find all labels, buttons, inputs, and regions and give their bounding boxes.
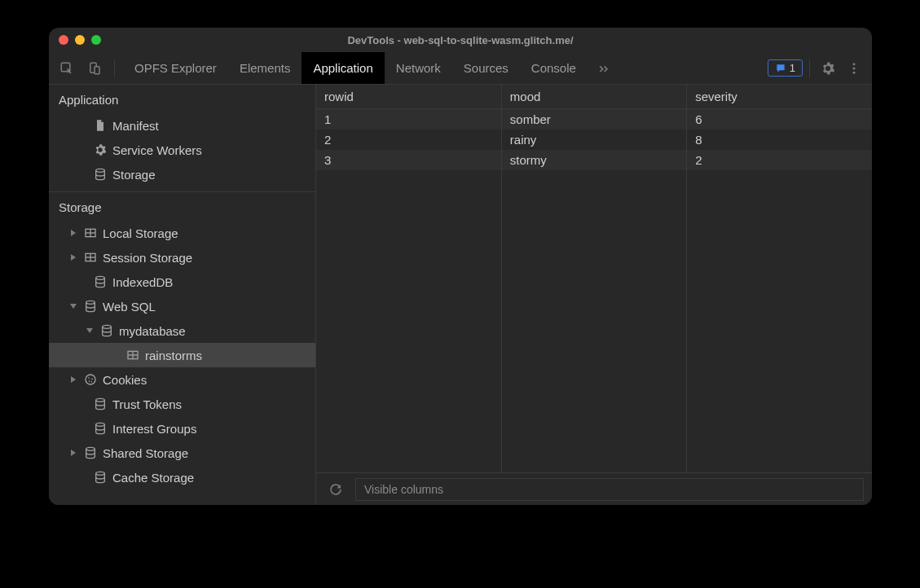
svg-point-6: [96, 169, 105, 172]
sidebar-group-application: Application: [49, 85, 315, 113]
sidebar-item-trust-tokens[interactable]: Trust Tokens: [49, 392, 315, 416]
application-sidebar[interactable]: ApplicationManifestService WorkersStorag…: [49, 85, 316, 505]
sidebar-item-cookies[interactable]: Cookies: [49, 367, 315, 392]
svg-point-4: [853, 67, 856, 69]
sidebar-group-storage: Storage: [49, 191, 315, 221]
svg-point-13: [96, 276, 105, 279]
svg-point-22: [89, 380, 90, 382]
tab-console[interactable]: Console: [520, 52, 588, 84]
sidebar-item-label: Trust Tokens: [112, 397, 182, 411]
svg-point-25: [96, 423, 105, 426]
sidebar-item-interest-groups[interactable]: Interest Groups: [49, 416, 315, 441]
chevron-right-icon[interactable]: [68, 228, 78, 238]
sidebar-item-rainstorms[interactable]: rainstorms: [49, 343, 315, 367]
grid-icon: [83, 250, 98, 265]
kebab-menu-icon[interactable]: [843, 57, 865, 80]
cell: somber: [501, 109, 686, 130]
svg-point-19: [86, 375, 95, 384]
cell: 2: [687, 150, 872, 170]
minimize-button[interactable]: [75, 35, 85, 45]
table-row[interactable]: 1somber6: [316, 109, 872, 130]
tab-application[interactable]: Application: [302, 52, 384, 84]
sidebar-item-mydatabase[interactable]: mydatabase: [49, 318, 315, 343]
svg-point-5: [853, 71, 856, 73]
file-icon: [93, 118, 108, 133]
sidebar-item-label: Service Workers: [112, 143, 202, 157]
cell: stormy: [501, 150, 686, 170]
sidebar-item-label: Cookies: [103, 373, 147, 387]
inspect-element-icon[interactable]: [55, 57, 78, 80]
svg-point-14: [86, 301, 95, 304]
sidebar-item-shared-storage[interactable]: Shared Storage: [49, 441, 315, 465]
column-header-rowid[interactable]: rowid: [316, 85, 501, 109]
table-scroll[interactable]: rowidmoodseverity 1somber62rainy83stormy…: [316, 85, 872, 472]
table-row[interactable]: 3stormy2: [316, 150, 872, 170]
messages-count: 1: [790, 62, 795, 74]
sidebar-item-local-storage[interactable]: Local Storage: [49, 221, 315, 245]
chevron-down-icon[interactable]: [68, 301, 78, 311]
cell: 6: [687, 109, 872, 130]
column-guides: [316, 170, 872, 472]
sidebar-item-label: Interest Groups: [112, 422, 196, 436]
refresh-icon[interactable]: [324, 478, 347, 501]
tabs: OPFS ExplorerElementsApplicationNetworkS…: [123, 52, 588, 84]
cookie-icon: [83, 372, 98, 387]
svg-rect-2: [95, 66, 99, 73]
column-header-severity[interactable]: severity: [687, 85, 872, 109]
sidebar-item-session-storage[interactable]: Session Storage: [49, 245, 315, 270]
device-toggle-icon[interactable]: [83, 57, 106, 80]
window-title: DevTools - web-sql-to-sqlite-wasm.glitch…: [49, 34, 872, 46]
column-header-mood[interactable]: mood: [501, 85, 686, 109]
toolbar-right: 1: [768, 57, 865, 80]
chevron-right-icon[interactable]: [68, 448, 78, 458]
database-icon: [93, 470, 108, 485]
sidebar-item-label: Local Storage: [103, 226, 178, 240]
sidebar-item-label: IndexedDB: [112, 275, 173, 289]
sidebar-item-label: Session Storage: [103, 251, 192, 265]
cell: 3: [316, 150, 501, 170]
table-panel: rowidmoodseverity 1somber62rainy83stormy…: [316, 85, 872, 505]
sidebar-item-label: Cache Storage: [112, 471, 194, 485]
database-icon: [93, 167, 108, 182]
devtools-window: DevTools - web-sql-to-sqlite-wasm.glitch…: [49, 28, 872, 505]
svg-point-24: [96, 398, 105, 402]
sidebar-item-indexeddb[interactable]: IndexedDB: [49, 270, 315, 294]
messages-badge[interactable]: 1: [768, 59, 803, 77]
database-icon: [93, 274, 108, 289]
sidebar-item-label: Storage: [112, 168, 156, 182]
traffic-lights: [59, 35, 101, 45]
grid-icon: [83, 226, 98, 240]
chevron-right-icon[interactable]: [68, 252, 78, 262]
content-area: ApplicationManifestService WorkersStorag…: [49, 85, 872, 505]
toolbar-divider: [809, 59, 810, 77]
tab-network[interactable]: Network: [385, 52, 452, 84]
visible-columns-input[interactable]: [355, 478, 864, 501]
sidebar-item-web-sql[interactable]: Web SQL: [49, 294, 315, 318]
svg-point-27: [96, 472, 105, 475]
table-row[interactable]: 2rainy8: [316, 129, 872, 150]
database-icon: [83, 445, 98, 460]
settings-gear-icon[interactable]: [817, 57, 839, 80]
main-toolbar: OPFS ExplorerElementsApplicationNetworkS…: [49, 52, 872, 85]
cell: 1: [316, 109, 501, 130]
sidebar-item-service-workers[interactable]: Service Workers: [49, 138, 315, 162]
maximize-button[interactable]: [91, 35, 101, 45]
sidebar-item-manifest[interactable]: Manifest: [49, 113, 315, 138]
svg-point-21: [91, 378, 93, 380]
tab-elements[interactable]: Elements: [228, 52, 302, 84]
sidebar-item-label: Web SQL: [103, 300, 156, 314]
chevron-right-icon[interactable]: [68, 375, 78, 384]
sidebar-item-storage[interactable]: Storage: [49, 162, 315, 186]
more-tabs-icon[interactable]: [592, 57, 615, 80]
sidebar-item-cache-storage[interactable]: Cache Storage: [49, 465, 315, 489]
tab-opfs-explorer[interactable]: OPFS Explorer: [123, 52, 228, 84]
sidebar-item-label: Manifest: [112, 119, 159, 133]
database-icon: [93, 421, 108, 436]
database-icon: [99, 323, 114, 338]
close-button[interactable]: [59, 35, 68, 45]
table-bottombar: [316, 472, 872, 505]
sidebar-item-label: rainstorms: [145, 349, 202, 362]
cell: rainy: [501, 129, 686, 150]
chevron-down-icon[interactable]: [85, 326, 95, 336]
tab-sources[interactable]: Sources: [452, 52, 520, 84]
